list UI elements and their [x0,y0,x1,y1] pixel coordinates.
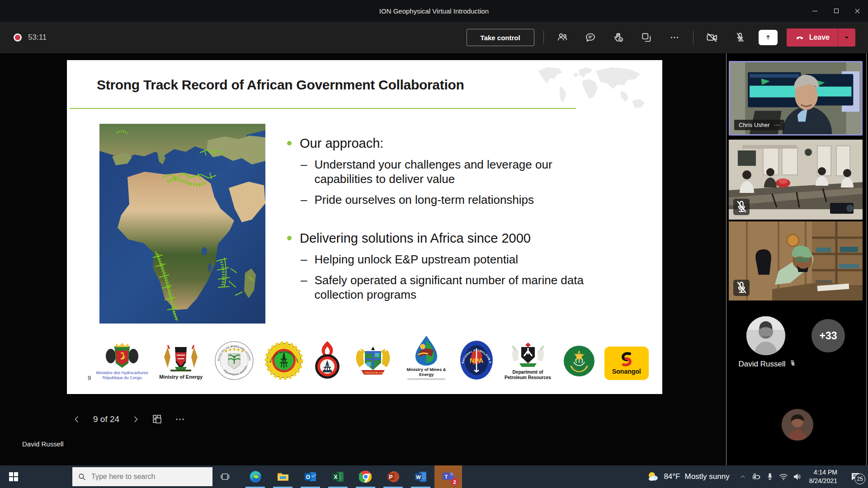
chrome-icon [359,470,373,483]
tray-volume[interactable] [790,465,804,488]
minimize-icon [812,11,817,11]
logo-mauritania: REPUBLIQUE ISLAMIQUE DE MAURITANIE [557,342,601,380]
bullet-text: Our approach: [300,136,383,151]
tray-wifi[interactable] [777,465,790,488]
window-title: ION Geophysical Virtual Introduction [379,7,489,15]
video-tile-chris-usher[interactable]: Chris Usher [729,61,863,136]
close-button[interactable] [847,0,868,22]
avatar-photo [782,409,813,441]
search-input[interactable] [91,473,200,481]
chat-button[interactable] [581,28,600,47]
world-map-watermark [532,63,651,119]
tray-chevron-button[interactable] [736,465,750,488]
video-tile-office[interactable] [729,221,863,300]
svg-text:W: W [416,474,421,480]
leave-label: Leave [809,33,830,42]
task-view-button[interactable] [212,465,238,488]
taskbar-excel[interactable]: X [324,465,352,488]
presenter-name-label: David Russell [22,440,64,448]
start-button[interactable] [0,465,27,488]
mic-off-icon [733,280,750,296]
minimize-button[interactable] [804,0,826,22]
taskbar-edge[interactable] [241,465,269,488]
presentation-more-button[interactable] [175,414,185,425]
teams-notification-badge: 2 [451,478,458,486]
avatar-participant[interactable] [782,409,813,441]
share-button[interactable] [759,28,778,47]
taskbar-weather[interactable]: 84°F Mostly sunny [640,470,736,483]
grid-view-button[interactable] [152,414,163,425]
clock-time: 4:14 PM [809,468,837,477]
windows-taskbar: O X P W T 2 84°F Mostly sunny [0,465,868,488]
participants-button[interactable] [553,28,572,47]
video-tile-boardroom[interactable] [729,140,863,220]
logo-kenya: Ministry of Energy [154,343,208,380]
microphone-icon [765,472,774,481]
sonangol-card-icon: Sonangol [604,347,649,380]
leave-options-button[interactable] [838,28,855,47]
mic-toggle-button[interactable] [731,28,750,47]
logo-caption: Department of Petroleum Resources [502,370,554,380]
muted-indicator [733,280,750,296]
taskbar-search[interactable] [72,467,212,486]
logo-sonangol: Sonangol [604,347,649,380]
taskbar-file-explorer[interactable] [269,465,297,488]
logo-npa: NPA NATIONAL PETROLEUM AUTHORITY [455,340,498,380]
slide-title: Strong Track Record of African Governmen… [97,77,549,93]
leave-button[interactable]: Leave [787,33,838,42]
excel-icon: X [331,470,345,483]
logo-congo: Ministère des Hydrocarbures République d… [93,341,151,380]
logo-nnpc: NIGERIAN NATIONAL PETROLEUM CORPORATION [261,341,307,380]
rooms-icon [641,32,652,43]
leave-split-button[interactable]: Leave [787,28,855,47]
more-actions-button[interactable] [665,28,684,47]
avatar-david-russell[interactable] [746,316,785,355]
logo-caption: Ministry of Energy [159,374,203,380]
logo-dpr: Department of Petroleum Resources [502,341,554,380]
svg-text:T: T [444,474,448,479]
window-titlebar: ION Geophysical Virtual Introduction [0,0,868,22]
ghana-coat-of-arms-icon: FREEDOM AND JUSTICE [351,344,395,380]
tpdc-flame-icon [313,340,342,380]
taskbar-word[interactable]: W [407,465,434,488]
taskbar-outlook[interactable]: O [297,465,324,488]
take-control-button[interactable]: Take control [467,29,534,46]
overflow-participants-badge[interactable]: +33 [811,319,845,352]
edge-icon [249,470,262,483]
muted-indicator [789,359,797,369]
npa-label: NPA [470,357,484,364]
next-slide-button[interactable] [131,415,140,424]
slide-bullets: Our approach: Understand your challenges… [287,136,649,306]
slide-page-number: 9 [88,375,91,381]
participant-name: David Russell [739,360,786,369]
camera-toggle-button[interactable] [703,28,722,47]
task-view-icon [220,472,230,482]
avatar-photo [746,316,785,355]
chevron-down-icon [843,34,850,41]
word-icon: W [414,470,428,483]
taskbar-clock[interactable]: 4:14 PM 8/24/2021 [804,468,843,485]
logo-caption: Sonangol [612,368,641,375]
tray-battery[interactable] [750,465,763,488]
notification-count-badge: 25 [854,474,865,484]
maximize-button[interactable] [826,0,847,22]
file-explorer-icon [276,470,290,483]
toolbar-divider [693,31,693,44]
svg-text:O: O [306,474,310,480]
raise-hand-button[interactable] [609,28,628,47]
breakout-rooms-button[interactable] [637,28,656,47]
previous-slide-button[interactable] [72,415,81,424]
tray-microphone[interactable] [763,465,777,488]
kenya-coat-of-arms-icon [161,343,200,373]
weather-condition: Mostly sunny [685,472,730,481]
participant-row-david: David Russell [728,359,807,369]
share-icon [759,30,778,45]
taskbar-teams-active[interactable]: T 2 [434,465,462,488]
participant-name-tag[interactable]: Chris Usher [734,120,784,130]
taskbar-powerpoint[interactable]: P [379,465,407,488]
mauritania-seal-icon: REPUBLIQUE ISLAMIQUE DE MAURITANIE [560,342,598,380]
taskbar-chrome[interactable] [352,465,379,488]
close-icon [854,8,860,14]
bullet-dot-icon [287,236,292,240]
action-center-button[interactable]: 25 [843,465,868,488]
